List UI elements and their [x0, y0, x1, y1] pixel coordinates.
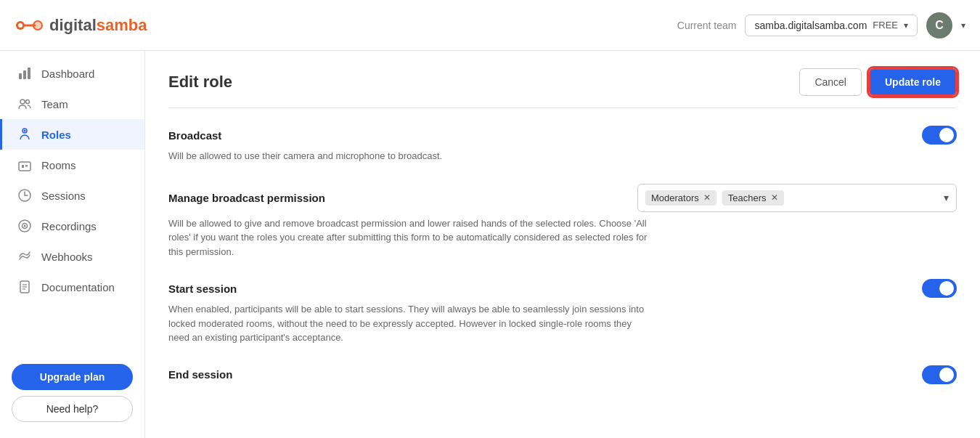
sidebar-item-recordings[interactable]: Recordings [0, 211, 144, 241]
page-header: Edit role Cancel Update role [168, 68, 957, 96]
permission-start-header: Start session [168, 279, 957, 298]
content-area: Edit role Cancel Update role Broadcast W… [145, 51, 980, 438]
permission-broadcast-desc: Will be allowed to use their camera and … [168, 149, 648, 163]
svg-rect-5 [23, 70, 26, 79]
current-team-label: Current team [677, 20, 737, 31]
sidebar-bottom: Upgrade plan Need help? [0, 355, 144, 431]
sidebar-item-documentation[interactable]: Documentation [0, 272, 144, 302]
svg-point-8 [26, 100, 30, 104]
permission-end-session: End session [168, 365, 957, 384]
header: digitalsamba Current team samba.digitals… [0, 0, 980, 51]
divider [168, 108, 957, 108]
permission-end-name: End session [168, 368, 232, 381]
team-name: samba.digitalsamba.com [754, 20, 867, 31]
sidebar-label-dashboard: Dashboard [41, 68, 94, 80]
sessions-icon [17, 187, 33, 203]
roles-icon [17, 126, 33, 142]
page-actions: Cancel Update role [799, 68, 957, 96]
recordings-icon [17, 218, 33, 234]
team-selector[interactable]: samba.digitalsamba.com FREE ▾ [745, 15, 918, 36]
tag-moderators: Moderators ✕ [645, 190, 716, 206]
upgrade-plan-button[interactable]: Upgrade plan [12, 364, 133, 390]
start-session-slider [922, 279, 957, 298]
permission-broadcast: Broadcast Will be allowed to use their c… [168, 126, 957, 163]
svg-point-3 [33, 21, 42, 30]
sidebar-label-rooms: Rooms [41, 159, 76, 171]
rooms-icon [17, 157, 33, 173]
sidebar-item-dashboard[interactable]: Dashboard [0, 58, 144, 89]
permission-start-desc: When enabled, participants will be able … [168, 302, 648, 345]
sidebar-item-roles[interactable]: Roles [0, 119, 144, 150]
tag-moderators-label: Moderators [651, 192, 699, 203]
need-help-button[interactable]: Need help? [12, 396, 133, 422]
permission-end-header: End session [168, 365, 957, 384]
logo-icon [15, 15, 44, 36]
docs-icon [17, 279, 33, 295]
tag-teachers: Teachers ✕ [722, 190, 784, 206]
sidebar: Dashboard Team [0, 51, 145, 438]
permission-manage-header: Manage broadcast permission Moderators ✕… [168, 184, 957, 212]
svg-point-1 [18, 23, 23, 28]
tag-teachers-remove[interactable]: ✕ [771, 192, 778, 203]
avatar[interactable]: C [926, 12, 952, 38]
svg-rect-11 [19, 162, 30, 171]
start-session-toggle[interactable] [922, 279, 957, 298]
sidebar-label-documentation: Documentation [41, 281, 115, 293]
sidebar-label-team: Team [41, 98, 68, 110]
sidebar-item-sessions[interactable]: Sessions [0, 180, 144, 211]
svg-point-10 [24, 130, 26, 132]
sidebar-label-webhooks: Webhooks [41, 251, 93, 263]
permission-manage-name: Manage broadcast permission [168, 192, 325, 204]
broadcast-toggle[interactable] [922, 126, 957, 145]
cancel-button[interactable]: Cancel [799, 68, 862, 96]
logo-samba: samba [97, 16, 147, 34]
sidebar-item-rooms[interactable]: Rooms [0, 150, 144, 180]
svg-rect-6 [28, 68, 30, 79]
svg-point-17 [24, 225, 26, 227]
svg-rect-13 [25, 165, 28, 167]
sidebar-label-sessions: Sessions [41, 190, 86, 202]
svg-rect-12 [22, 165, 24, 168]
permission-manage-desc: Will be allowed to give and remove broad… [168, 216, 648, 259]
multiselect-chevron-icon: ▾ [944, 192, 949, 203]
update-role-button[interactable]: Update role [869, 68, 957, 96]
webhooks-icon [17, 248, 33, 264]
permission-broadcast-header: Broadcast [168, 126, 957, 145]
sidebar-label-roles: Roles [41, 129, 71, 141]
team-icon [17, 96, 33, 112]
svg-rect-4 [19, 73, 22, 79]
main: Dashboard Team [0, 51, 980, 438]
broadcast-slider [922, 126, 957, 145]
page-title: Edit role [168, 73, 232, 92]
logo-digital: digital [49, 16, 97, 34]
manage-broadcast-multiselect[interactable]: Moderators ✕ Teachers ✕ ▾ [637, 184, 957, 212]
sidebar-item-team[interactable]: Team [0, 89, 144, 119]
permission-start-session: Start session When enabled, participants… [168, 279, 957, 345]
avatar-chevron-icon[interactable]: ▾ [961, 20, 965, 31]
end-session-toggle[interactable] [922, 365, 957, 384]
team-badge: FREE [873, 20, 898, 31]
permission-manage-broadcast: Manage broadcast permission Moderators ✕… [168, 184, 957, 259]
permission-start-name: Start session [168, 283, 237, 295]
chart-icon [17, 65, 33, 81]
sidebar-item-webhooks[interactable]: Webhooks [0, 241, 144, 272]
tag-teachers-label: Teachers [728, 192, 767, 203]
tag-moderators-remove[interactable]: ✕ [703, 192, 711, 203]
header-right: Current team samba.digitalsamba.com FREE… [677, 12, 965, 38]
logo: digitalsamba [15, 15, 147, 36]
sidebar-label-recordings: Recordings [41, 220, 97, 232]
team-chevron-icon: ▾ [904, 20, 908, 31]
permission-broadcast-name: Broadcast [168, 129, 221, 142]
svg-point-7 [20, 100, 25, 104]
end-session-slider [922, 365, 957, 384]
logo-text: digitalsamba [49, 16, 147, 35]
